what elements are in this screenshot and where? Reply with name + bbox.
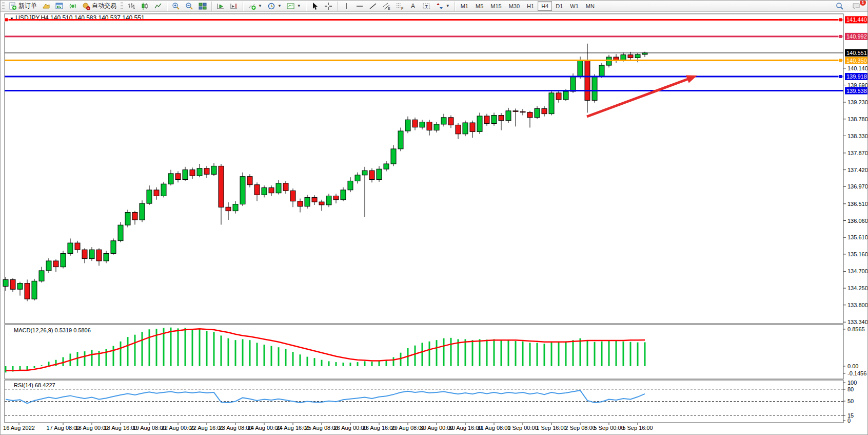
price-tick-label: 134.250	[847, 285, 868, 291]
toolbar-grip[interactable]	[121, 2, 123, 10]
date-tick-label: 5 Sep 00:00	[594, 425, 624, 431]
price-tick-label: 134.700	[847, 268, 868, 274]
periods-button[interactable]: ▼	[265, 1, 284, 11]
toolbar-separator	[337, 2, 338, 11]
price-level-label: 141.440	[846, 16, 867, 23]
templates-icon	[287, 2, 295, 10]
horizontal-line-button[interactable]	[353, 1, 366, 11]
arrows-button[interactable]: ▼	[433, 1, 452, 11]
timeframe-M1[interactable]: M1	[457, 1, 472, 11]
timeframe-MN[interactable]: MN	[582, 1, 598, 11]
tile-windows-icon	[199, 2, 207, 10]
templates-button[interactable]: ▼	[284, 1, 304, 11]
macd-histogram	[6, 328, 645, 373]
timeframe-H4[interactable]: H4	[538, 1, 552, 11]
price-tick-label: 135.160	[847, 251, 868, 257]
terminal-button[interactable]	[53, 1, 66, 11]
auto-scroll-button[interactable]	[214, 1, 227, 11]
candle	[96, 248, 102, 266]
candle	[333, 194, 339, 203]
candle	[556, 91, 561, 103]
price-tick-label: 137.870	[847, 150, 868, 156]
macd-axis-label: -0.1456	[847, 370, 866, 376]
candle	[499, 113, 504, 130]
candlestick-chart-icon	[141, 2, 149, 10]
candle	[240, 173, 245, 206]
date-tick-label: 2 Sep 08:00	[565, 425, 595, 431]
cursor-button[interactable]	[308, 1, 322, 11]
new-order-icon	[9, 2, 17, 10]
candle	[39, 267, 44, 283]
trend-arrow-annotation[interactable]	[587, 75, 697, 117]
text-button[interactable]: A	[406, 1, 420, 11]
notifications-button[interactable]: 1	[850, 1, 863, 11]
macd-axis-label: 0.8565	[847, 326, 865, 332]
price-level-line-141.440[interactable]	[5, 18, 843, 22]
profiles-button[interactable]	[40, 1, 53, 11]
candle	[585, 44, 590, 113]
price-tick-label: 136.060	[847, 218, 868, 224]
timeframe-M30[interactable]: M30	[505, 1, 523, 11]
macd-signal-line	[6, 329, 645, 371]
signals-button[interactable]	[66, 1, 80, 11]
candle	[513, 108, 518, 126]
price-level-line-140.350[interactable]	[5, 59, 843, 62]
bar-chart-button[interactable]	[125, 1, 138, 11]
rsi-axis-label: 100	[847, 380, 857, 386]
chart-shift-button[interactable]	[227, 1, 241, 11]
candle	[290, 188, 295, 207]
toolbar-grip[interactable]	[2, 2, 5, 10]
candle	[3, 277, 8, 291]
candle	[434, 122, 439, 133]
auto-trading-button[interactable]: 自动交易	[80, 1, 119, 11]
zoom-out-button[interactable]	[183, 1, 196, 11]
rsi-axis-label: 80	[847, 386, 854, 392]
rsi-axis-label: 50	[847, 398, 854, 404]
timeframe-M15[interactable]: M15	[487, 1, 505, 11]
candle	[247, 174, 252, 187]
text-label-icon: T	[422, 2, 430, 10]
equidistant-channel-button[interactable]: E	[380, 1, 393, 11]
candle	[470, 121, 475, 138]
candlestick-chart-button[interactable]	[138, 1, 151, 11]
candle	[161, 182, 166, 198]
svg-text:A: A	[411, 3, 415, 10]
indicators-button[interactable]: ▼	[245, 1, 265, 11]
timeframe-D1[interactable]: D1	[552, 1, 566, 11]
price-level-line-140.992[interactable]	[5, 34, 843, 38]
candle	[463, 121, 468, 137]
zoom-in-button[interactable]	[169, 1, 183, 11]
price-tick-label: 140.140	[847, 65, 868, 71]
candle	[46, 258, 51, 273]
chart-canvas[interactable]: 140.140139.690139.230138.780138.330137.8…	[1, 12, 868, 435]
timeframe-W1[interactable]: W1	[566, 1, 582, 11]
line-chart-button[interactable]	[151, 1, 165, 11]
price-level-line-139.918[interactable]	[5, 75, 843, 79]
vertical-line-button[interactable]	[340, 1, 353, 11]
candle	[25, 279, 30, 301]
fibonacci-button[interactable]: F	[393, 1, 406, 11]
timeframe-H1[interactable]: H1	[523, 1, 538, 11]
tile-windows-button[interactable]	[196, 1, 209, 11]
timeframe-M5[interactable]: M5	[472, 1, 487, 11]
auto-trading-icon	[82, 2, 90, 10]
profiles-icon	[42, 2, 50, 10]
crosshair-button[interactable]	[322, 1, 335, 11]
candle	[341, 187, 346, 201]
text-label-button[interactable]: T	[420, 1, 433, 11]
bar-chart-icon	[127, 2, 135, 10]
timeframe-group: M1M5M15M30H1H4D1W1MN	[457, 1, 598, 11]
candle	[456, 123, 461, 139]
zoom-in-icon	[172, 2, 180, 10]
trendline-icon	[369, 2, 377, 10]
cursor-icon	[311, 2, 319, 10]
candle	[614, 54, 619, 63]
new-order-button[interactable]: 新订单	[6, 1, 40, 11]
svg-text:E: E	[388, 7, 390, 10]
trendline-button[interactable]	[366, 1, 380, 11]
price-tick-label: 138.780	[847, 116, 868, 122]
toolbar-separator	[211, 2, 212, 11]
search-button[interactable]	[833, 1, 846, 11]
candle	[125, 210, 130, 227]
candle	[211, 163, 216, 177]
